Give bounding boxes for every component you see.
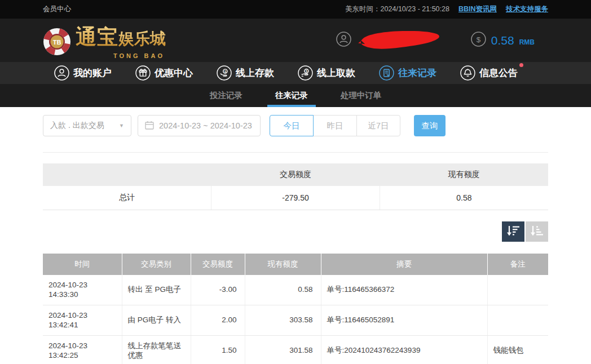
nav-item-my-account[interactable]: 我的账户 — [54, 65, 112, 81]
cell-summary: 单号:116465052891 — [321, 305, 487, 335]
site-logo[interactable]: TB 通宝娱乐城 TONG BAO — [43, 23, 166, 58]
balance-currency: RMB — [519, 38, 535, 46]
logo-text: 通宝娱乐城 TONG BAO — [76, 23, 166, 58]
search-button[interactable]: 查询 — [414, 115, 446, 136]
date-range-value: 2024-10-23 ~ 2024-10-23 — [159, 121, 252, 130]
header-time: 时间 — [43, 254, 122, 275]
svg-text:TB: TB — [53, 38, 61, 45]
summary-total-row: 总计 -279.50 0.58 — [43, 186, 548, 210]
us-eastern-time: 美东时间：2024/10/23 - 21:50:28 — [345, 5, 449, 14]
summary-header-trade-amount: 交易额度 — [211, 163, 380, 186]
header-note: 备注 — [487, 254, 548, 275]
summary-total-trade-amount: -279.50 — [211, 186, 380, 210]
logo-subtitle: TONG BAO — [113, 52, 165, 59]
cell-type: 转出 至 PG电子 — [122, 275, 191, 305]
brand-header: TB 通宝娱乐城 TONG BAO — [0, 19, 591, 62]
summary-table: 交易额度 现有额度 总计 -279.50 0.58 — [43, 163, 548, 210]
table-row: 2024-10-23 13:42:41 由 PG电子 转入 2.00 303.5… — [43, 305, 548, 335]
nav-label: 线上存款 — [236, 66, 274, 79]
top-utility-bar: 会员中心 美东时间：2024/10/23 - 21:50:28 BBIN资讯网 … — [0, 0, 591, 19]
sort-ascending-icon — [530, 225, 544, 238]
gift-icon — [135, 65, 151, 81]
svg-text:$: $ — [306, 69, 308, 73]
cell-type: 线上存款笔笔送优惠 — [122, 335, 191, 364]
yesterday-button[interactable]: 昨日 — [313, 115, 357, 136]
sort-descending-icon — [506, 225, 520, 238]
date-range-input[interactable]: 2024-10-23 ~ 2024-10-23 — [138, 115, 261, 136]
poker-chip-logo-icon: TB — [43, 28, 71, 58]
records-header-row: 时间 交易类别 交易额度 现有额度 摘要 备注 — [43, 254, 548, 275]
deposit-icon: $ — [217, 65, 232, 81]
cell-amount: -3.00 — [191, 275, 245, 305]
chevron-down-icon: ▼ — [119, 123, 124, 128]
table-row: 2024-10-23 13:42:25 线上存款笔笔送优惠 1.50 301.5… — [43, 335, 548, 364]
nav-item-transaction-records[interactable]: 往来记录 — [379, 65, 436, 81]
transaction-type-value: 入款 . 出款交易 — [50, 121, 104, 131]
notification-badge-dot — [519, 63, 523, 67]
records-table: 时间 交易类别 交易额度 现有额度 摘要 备注 2024-10-23 14:33… — [43, 254, 548, 364]
member-center-label[interactable]: 会员中心 — [43, 5, 71, 14]
tech-support-link[interactable]: 技术支持服务 — [506, 5, 548, 14]
filter-bar: 入款 . 出款交易 ▼ 2024-10-23 ~ 2024-10-23 今日 昨… — [43, 107, 548, 153]
last-7-days-button[interactable]: 近7日 — [356, 115, 400, 136]
cell-type: 由 PG电子 转入 — [122, 305, 191, 335]
nav-label: 我的账户 — [73, 66, 112, 79]
nav-label: 优惠中心 — [155, 66, 193, 79]
user-icon — [54, 65, 69, 81]
main-navigation: 我的账户 优惠中心 $ — [0, 62, 591, 84]
quick-date-button-group: 今日 昨日 近7日 — [270, 115, 400, 136]
balance-amount: 0.58 — [491, 34, 514, 47]
record-sub-navigation: 投注记录 往来记录 处理中订单 — [0, 84, 591, 107]
svg-text:$: $ — [477, 35, 481, 44]
balance-display[interactable]: $ 0.58 RMB — [471, 32, 535, 49]
nav-item-online-deposit[interactable]: $ 线上存款 — [217, 65, 274, 81]
summary-header-current-balance: 现有额度 — [380, 163, 548, 186]
dollar-coin-icon: $ — [471, 32, 486, 49]
summary-total-current-balance: 0.58 — [380, 186, 548, 210]
bell-icon — [460, 65, 475, 81]
cell-balance: 301.58 — [245, 335, 321, 364]
header-balance: 现有额度 — [245, 254, 321, 275]
calendar-icon — [145, 121, 154, 131]
tab-transaction-records[interactable]: 往来记录 — [267, 84, 316, 107]
nav-label: 信息公告 — [479, 66, 518, 79]
header-type: 交易类别 — [122, 254, 191, 275]
topbar-right-group: 美东时间：2024/10/23 - 21:50:28 BBIN资讯网 技术支持服… — [345, 5, 548, 14]
tab-pending-orders[interactable]: 处理中订单 — [333, 84, 390, 107]
cell-amount: 2.00 — [191, 305, 245, 335]
records-icon — [379, 65, 394, 81]
username-redaction-scribble — [357, 28, 443, 55]
cell-summary: 单号:202410243762243939 — [321, 335, 487, 364]
today-button[interactable]: 今日 — [270, 115, 314, 136]
withdraw-icon: $ — [298, 65, 313, 81]
cell-note — [487, 275, 548, 305]
sort-controls — [43, 221, 548, 242]
sort-descending-button[interactable] — [502, 221, 524, 242]
svg-text:$: $ — [224, 69, 227, 73]
tab-betting-records[interactable]: 投注记录 — [202, 84, 250, 107]
nav-item-announcements[interactable]: 信息公告 — [460, 65, 518, 81]
sort-ascending-button[interactable] — [526, 221, 548, 242]
transaction-type-select[interactable]: 入款 . 出款交易 ▼ — [43, 115, 131, 136]
user-avatar-icon — [336, 32, 351, 49]
cell-note — [487, 305, 548, 335]
summary-header-row: 交易额度 现有额度 — [43, 163, 548, 186]
header-summary: 摘要 — [321, 254, 487, 275]
nav-item-online-withdrawal[interactable]: $ 线上取款 — [298, 65, 355, 81]
cell-time: 2024-10-23 14:33:30 — [43, 275, 122, 305]
summary-header-blank — [43, 163, 211, 186]
nav-item-promotions[interactable]: 优惠中心 — [135, 65, 193, 81]
cell-amount: 1.50 — [191, 335, 245, 364]
header-amount: 交易额度 — [191, 254, 245, 275]
table-row: 2024-10-23 14:33:30 转出 至 PG电子 -3.00 0.58… — [43, 275, 548, 305]
summary-total-label: 总计 — [43, 186, 211, 210]
cell-summary: 单号:116465366372 — [321, 275, 487, 305]
cell-balance: 303.58 — [245, 305, 321, 335]
cell-balance: 0.58 — [245, 275, 321, 305]
bbin-news-link[interactable]: BBIN资讯网 — [458, 5, 497, 14]
nav-label: 往来记录 — [398, 66, 436, 79]
account-info[interactable] — [336, 27, 443, 54]
nav-label: 线上取款 — [317, 66, 355, 79]
cell-time: 2024-10-23 13:42:41 — [43, 305, 122, 335]
logo-title-rest: 娱乐城 — [118, 30, 166, 47]
